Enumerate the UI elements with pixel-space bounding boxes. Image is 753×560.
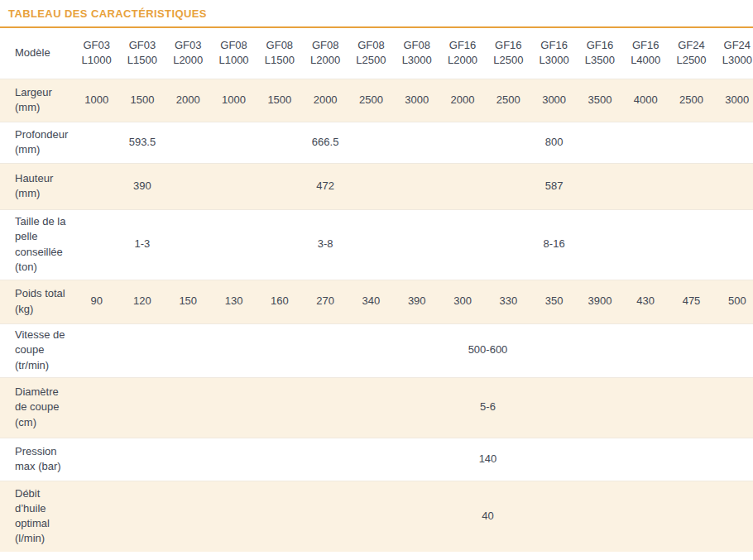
cell-value-gf03: 390 <box>74 163 211 209</box>
column-header: GF03 L1000 <box>74 28 119 79</box>
column-header: GF08 L2000 <box>302 28 348 79</box>
cell-value: 300 <box>439 280 485 323</box>
cell-value: 475 <box>669 280 714 323</box>
model-size: L4000 <box>623 53 669 68</box>
model-name: GF03 <box>119 38 165 53</box>
cell-value: 350 <box>531 280 577 323</box>
model-size: L2500 <box>348 53 394 68</box>
model-name: GF16 <box>439 38 485 53</box>
cell-value: 2500 <box>486 79 531 122</box>
cell-value: 1000 <box>74 79 119 122</box>
cell-value: 130 <box>211 280 257 323</box>
cell-value: 160 <box>257 280 302 323</box>
cell-value: 1500 <box>257 79 302 122</box>
cell-value-gf03: 1-3 <box>74 209 211 280</box>
model-name: GF16 <box>531 38 577 53</box>
cell-value: 1000 <box>211 79 257 122</box>
spec-sheet: TABLEAU DES CARACTÉRISTIQUES Modèle GF03… <box>0 0 753 560</box>
cell-value: 90 <box>74 280 119 323</box>
cell-value: 150 <box>165 280 211 323</box>
cell-value-gf16: 800 <box>439 122 668 163</box>
model-name: GF08 <box>348 38 394 53</box>
model-size: L1000 <box>211 53 257 68</box>
model-name: GF16 <box>577 38 622 53</box>
row-label: Pression max (bar) <box>0 438 74 481</box>
row-label: Profondeur (mm) <box>0 122 74 163</box>
column-header: GF16 L2500 <box>486 28 531 79</box>
cell-empty <box>669 122 753 163</box>
row-label: Taille de la pelle conseillée (ton) <box>0 209 74 280</box>
model-size: L3500 <box>577 53 622 68</box>
table-row-vitesse: Vitesse de coupe (tr/min) 500-600 <box>0 323 753 377</box>
cell-value-gf16: 8-16 <box>439 209 668 280</box>
cell-value-all: 140 <box>74 438 753 481</box>
model-size: L3000 <box>714 53 753 68</box>
cell-value: 2000 <box>302 79 348 122</box>
row-label: Hauteur (mm) <box>0 163 74 209</box>
page-title: TABLEAU DES CARACTÉRISTIQUES <box>0 0 753 20</box>
cell-value: 270 <box>302 280 348 323</box>
cell-value-all: 40 <box>74 481 753 552</box>
model-size: L2000 <box>439 53 485 68</box>
column-header: GF08 L3000 <box>394 28 439 79</box>
cell-value: 2500 <box>669 79 714 122</box>
cell-value-gf03: 593.5 <box>74 122 211 163</box>
cell-value: 1500 <box>119 79 165 122</box>
column-header: GF16 L3500 <box>577 28 622 79</box>
model-name: GF08 <box>394 38 439 53</box>
model-name: GF08 <box>211 38 257 53</box>
cell-value: 390 <box>394 280 439 323</box>
cell-value: 430 <box>623 280 669 323</box>
model-name: GF08 <box>257 38 302 53</box>
cell-empty <box>669 209 753 280</box>
cell-value-gf08: 666.5 <box>211 122 439 163</box>
row-label: Diamètre de coupe (cm) <box>0 377 74 438</box>
model-size: L1500 <box>257 53 302 68</box>
model-size: L1500 <box>119 53 165 68</box>
model-size: L2000 <box>302 53 348 68</box>
cell-value: 3900 <box>577 280 622 323</box>
model-size: L3000 <box>394 53 439 68</box>
table-viewport: Modèle GF03 L1000 GF03 L1500 GF03 L2000 <box>0 28 753 552</box>
model-size: L2500 <box>486 53 531 68</box>
column-header: GF03 L1500 <box>119 28 165 79</box>
table-row-diametre: Diamètre de coupe (cm) 5-6 <box>0 377 753 438</box>
column-header: GF08 L1500 <box>257 28 302 79</box>
cell-value: 500 <box>714 280 753 323</box>
table-row-debit: Débit d’huile optimal (l/min) 40 <box>0 481 753 552</box>
model-size: L2500 <box>669 53 714 68</box>
row-label: Vitesse de coupe (tr/min) <box>0 323 74 377</box>
table-row-hauteur: Hauteur (mm) 390 472 587 <box>0 163 753 209</box>
model-name: GF16 <box>623 38 669 53</box>
cell-value: 3000 <box>714 79 753 122</box>
cell-value: 2500 <box>348 79 394 122</box>
model-size: L3000 <box>531 53 577 68</box>
table-row-largeur: Largeur (mm) 1000 1500 2000 1000 1500 20… <box>0 79 753 122</box>
row-label: Débit d’huile optimal (l/min) <box>0 481 74 552</box>
cell-value: 2000 <box>165 79 211 122</box>
model-size: L1000 <box>74 53 119 68</box>
model-name: GF24 <box>714 38 753 53</box>
cell-value: 4000 <box>623 79 669 122</box>
cell-value: 3000 <box>394 79 439 122</box>
table-row-profondeur: Profondeur (mm) 593.5 666.5 800 <box>0 122 753 163</box>
model-name: GF03 <box>74 38 119 53</box>
characteristics-table: Modèle GF03 L1000 GF03 L1500 GF03 L2000 <box>0 28 753 552</box>
cell-value: 3500 <box>577 79 622 122</box>
column-header: GF16 L2000 <box>439 28 485 79</box>
table-row-poids: Poids total (kg) 90 120 150 130 160 270 … <box>0 280 753 323</box>
cell-value-gf08: 3-8 <box>211 209 439 280</box>
model-name: GF16 <box>486 38 531 53</box>
cell-value-gf16: 587 <box>439 163 668 209</box>
row-label: Poids total (kg) <box>0 280 74 323</box>
column-header: GF16 L4000 <box>623 28 669 79</box>
cell-value: 340 <box>348 280 394 323</box>
header-row: Modèle GF03 L1000 GF03 L1500 GF03 L2000 <box>0 28 753 79</box>
column-header: GF08 L1000 <box>211 28 257 79</box>
table-row-taille-pelle: Taille de la pelle conseillée (ton) 1-3 … <box>0 209 753 280</box>
column-header-model: Modèle <box>0 28 74 79</box>
cell-empty <box>669 163 753 209</box>
model-size: L2000 <box>165 53 211 68</box>
model-name: GF03 <box>165 38 211 53</box>
table-row-pression: Pression max (bar) 140 <box>0 438 753 481</box>
